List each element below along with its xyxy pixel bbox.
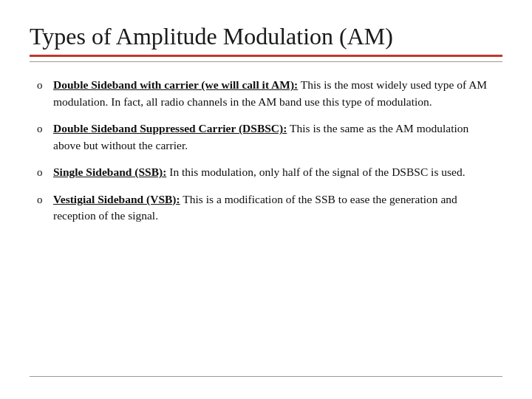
bullet-marker: o	[37, 121, 53, 137]
list-item: o Single Sideband (SSB): In this modulat…	[37, 164, 495, 181]
bullet-body: In this modulation, only half of the sig…	[166, 166, 465, 178]
list-item: o Double Sideband Suppressed Carrier (DS…	[37, 120, 495, 154]
slide-title: Types of Amplitude Modulation (AM)	[30, 22, 502, 50]
bullet-marker: o	[37, 78, 53, 94]
bullet-label: Vestigial Sideband (VSB):	[53, 193, 180, 205]
bullet-text: Double Sideband with carrier (we will ca…	[53, 77, 495, 110]
horizontal-rule-bottom	[30, 376, 502, 377]
content-area: o Double Sideband with carrier (we will …	[30, 77, 502, 376]
bullet-label: Double Sideband Suppressed Carrier (DSBS…	[53, 122, 287, 134]
bullet-label: Double Sideband with carrier (we will ca…	[53, 78, 298, 91]
bullet-text: Single Sideband (SSB): In this modulatio…	[53, 164, 495, 180]
slide: Types of Amplitude Modulation (AM) o Dou…	[0, 0, 532, 399]
list-item: o Double Sideband with carrier (we will …	[37, 77, 495, 110]
title-underline	[30, 55, 502, 57]
bullet-list: o Double Sideband with carrier (we will …	[37, 77, 495, 225]
bullet-marker: o	[37, 165, 53, 181]
title-section: Types of Amplitude Modulation (AM)	[30, 22, 502, 72]
horizontal-rule-top	[30, 61, 502, 62]
list-item: o Vestigial Sideband (VSB): This is a mo…	[37, 191, 495, 225]
bullet-text: Vestigial Sideband (VSB): This is a modi…	[53, 191, 495, 225]
bullet-label: Single Sideband (SSB):	[53, 166, 166, 178]
bullet-text: Double Sideband Suppressed Carrier (DSBS…	[53, 120, 495, 154]
bullet-marker: o	[37, 192, 53, 208]
